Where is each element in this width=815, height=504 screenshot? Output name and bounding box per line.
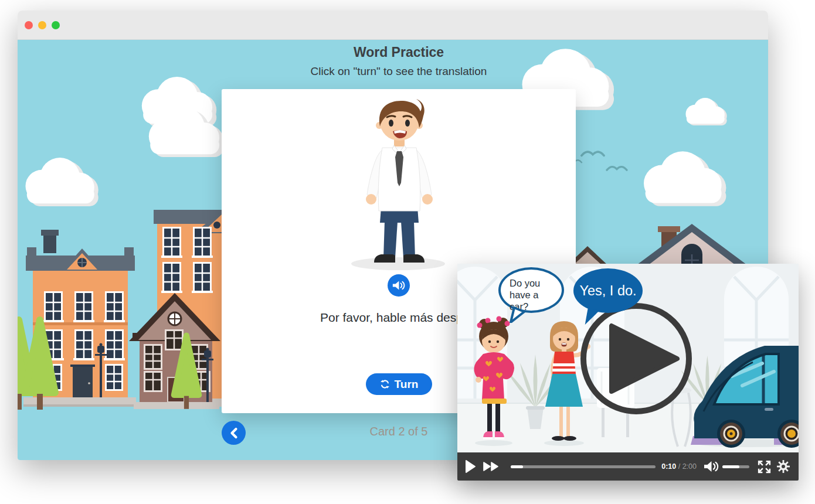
video-player: Do you have a car? Yes, I do. xyxy=(457,264,799,481)
audio-button[interactable] xyxy=(388,274,410,297)
close-window-button[interactable] xyxy=(25,21,33,29)
zoom-window-button[interactable] xyxy=(52,21,60,29)
video-controls-bar: 0:10 / 2:00 xyxy=(457,452,799,481)
page-subtitle: Click on "turn" to see the translation xyxy=(18,65,768,78)
progress-bar[interactable] xyxy=(511,465,656,468)
desktop-background: Word Practice Click on "turn" to see the… xyxy=(0,0,815,504)
volume-slider-fill xyxy=(722,465,739,468)
flashcard-phrase: Por favor, hable más despa xyxy=(320,311,470,325)
volume-icon xyxy=(704,461,719,472)
minimize-window-button[interactable] xyxy=(38,21,46,29)
turn-button[interactable]: Turn xyxy=(366,373,432,395)
page-title: Word Practice xyxy=(18,45,768,60)
speech-bubble-answer: Yes, I do. xyxy=(573,268,643,313)
fast-forward-icon xyxy=(483,461,499,472)
man-illustration xyxy=(349,96,449,272)
speech-bubble-tail xyxy=(509,307,527,323)
play-button[interactable] xyxy=(465,459,476,474)
speaker-icon xyxy=(392,280,405,291)
window-titlebar xyxy=(18,11,768,40)
fullscreen-icon xyxy=(757,459,772,474)
fullscreen-button[interactable] xyxy=(757,459,772,474)
time-total: 2:00 xyxy=(682,462,697,471)
time-current: 0:10 xyxy=(661,462,676,471)
progress-bar-fill xyxy=(511,465,523,468)
house-gabled-right xyxy=(637,224,747,265)
time-separator: / xyxy=(676,462,682,471)
birds xyxy=(568,152,627,170)
settings-button[interactable] xyxy=(776,459,790,474)
play-icon xyxy=(465,459,476,474)
speech-bubble-answer-text: Yes, I do. xyxy=(579,283,636,299)
gear-icon xyxy=(776,459,790,474)
volume-slider[interactable] xyxy=(722,465,749,468)
turn-button-label: Turn xyxy=(395,378,419,391)
speech-bubble-question: Do you have a car? xyxy=(498,267,564,313)
volume-button[interactable] xyxy=(704,461,719,472)
time-display: 0:10 / 2:00 xyxy=(661,462,697,471)
fast-forward-button[interactable] xyxy=(483,461,499,472)
refresh-icon xyxy=(380,379,390,389)
